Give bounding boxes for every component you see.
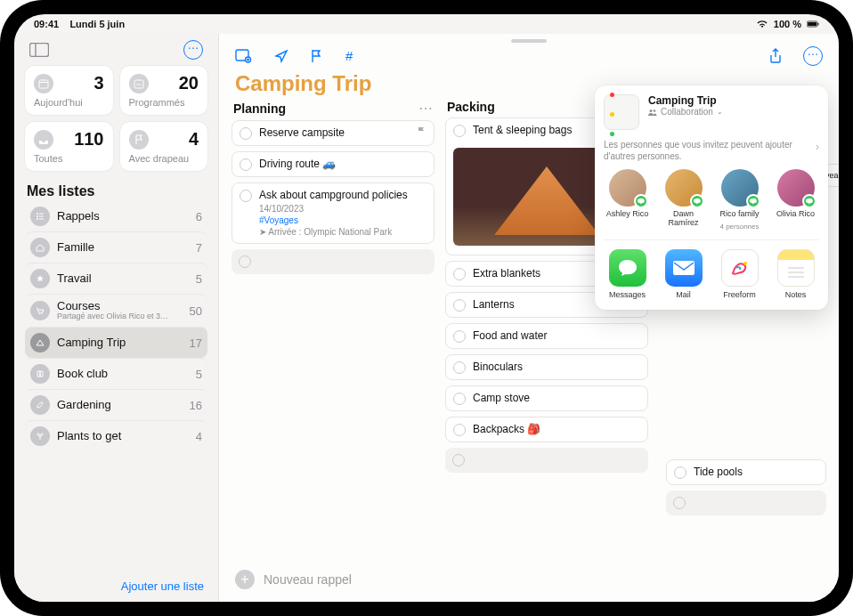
empty-task-slot[interactable] (666, 490, 826, 515)
task-checkbox[interactable] (452, 454, 465, 466)
task-checkbox[interactable] (453, 393, 466, 405)
task-checkbox[interactable] (240, 190, 252, 202)
task-item[interactable]: Backpacks 🎒 (445, 417, 648, 442)
summary-card-scheduled[interactable]: 20 Programmés (120, 66, 208, 115)
chevron-right-icon: › (816, 141, 819, 155)
list-bullet-icon (30, 207, 50, 226)
task-item[interactable]: Camp stove (445, 385, 648, 411)
sidebar-list-book-club[interactable]: Book club 5 (25, 358, 207, 389)
task-item[interactable]: Reserve campsite (232, 120, 435, 146)
share-app-notes[interactable]: Notes (772, 249, 819, 299)
sidebar-list-camping-trip[interactable]: Camping Trip 17 (25, 327, 207, 358)
task-text: Tide pools (694, 466, 818, 479)
share-contact[interactable]: Rico family 4 personnes (716, 169, 763, 231)
tag-icon[interactable]: # (344, 49, 358, 63)
summary-card-today[interactable]: 3 Aujourd'hui (25, 66, 113, 115)
task-checkbox[interactable] (453, 330, 466, 343)
list-name: Plants to get (57, 430, 189, 442)
summary-label: Programmés (129, 97, 199, 108)
new-reminder-label: Nouveau rappel (264, 572, 352, 587)
sidebar-list-famille[interactable]: Famille 7 (25, 231, 207, 263)
share-app-freeform[interactable]: Freeform (716, 249, 763, 299)
summary-card-flagged[interactable]: 4 Avec drapeau (120, 122, 208, 171)
svg-rect-2 (817, 23, 818, 26)
list-name: Courses Partagé avec Olivia Rico et 3… (57, 300, 183, 321)
task-date: 14/10/2023 (259, 204, 304, 214)
more-options-button[interactable] (181, 39, 206, 61)
list-count: 5 (196, 368, 202, 381)
task-checkbox[interactable] (453, 424, 466, 436)
messages-badge-icon (634, 194, 648, 208)
task-item[interactable]: Tide pools (666, 459, 826, 485)
add-list-button[interactable]: Ajouter une liste (25, 572, 207, 602)
column-menu-button[interactable]: ⋯ (418, 100, 433, 117)
contact-name: Rico family (719, 210, 759, 219)
contact-name: Dawn Ramírez (660, 210, 707, 228)
contact-name: Olivia Rico (776, 210, 815, 219)
sidebar-list-plants[interactable]: Plants to get 4 (25, 420, 207, 451)
empty-task-slot[interactable] (445, 448, 648, 473)
svg-point-11 (37, 213, 38, 215)
messages-badge-icon (690, 194, 704, 208)
task-item[interactable]: Food and water (445, 323, 648, 349)
summary-card-all[interactable]: 110 Toutes (25, 122, 113, 171)
task-item[interactable]: Ask about campground policies 14/10/2023… (232, 182, 435, 244)
share-app-mail[interactable]: Mail (660, 249, 707, 299)
messages-badge-icon (802, 194, 816, 208)
task-checkbox[interactable] (674, 466, 686, 479)
svg-point-12 (37, 215, 38, 217)
task-checkbox[interactable] (453, 125, 466, 137)
task-item[interactable]: Driving route 🚙 (232, 151, 435, 177)
task-checkbox[interactable] (239, 255, 251, 268)
flag-icon[interactable] (310, 49, 322, 63)
task-text: Reserve campsite (259, 126, 409, 140)
list-count: 6 (196, 210, 202, 223)
calendar-icon (129, 74, 149, 93)
share-collaboration-button[interactable]: Collaboration ⌄ (648, 107, 723, 117)
avatar (665, 169, 703, 207)
more-icon[interactable] (803, 46, 823, 66)
task-checkbox[interactable] (453, 299, 466, 312)
location-icon[interactable] (274, 49, 288, 63)
sidebar-list-courses[interactable]: Courses Partagé avec Olivia Rico et 3… 5… (25, 294, 207, 327)
task-checkbox[interactable] (673, 497, 686, 509)
task-checkbox[interactable] (453, 268, 466, 280)
task-checkbox[interactable] (240, 127, 252, 140)
cart-icon (30, 301, 50, 320)
flag-icon (416, 126, 426, 140)
app-name: Freeform (723, 290, 756, 299)
task-tag[interactable]: #Voyages (259, 215, 298, 225)
share-icon[interactable] (769, 48, 782, 64)
star-icon (30, 269, 50, 288)
task-text: Food and water (473, 329, 640, 343)
flag-icon (129, 130, 149, 150)
calendar-details-icon[interactable] (235, 49, 253, 63)
share-contact[interactable]: Dawn Ramírez (660, 169, 707, 231)
share-permissions-note[interactable]: Les personnes que vous invitez peuvent a… (604, 135, 819, 169)
share-thumbnail-icon (604, 94, 639, 130)
toggle-sidebar-icon[interactable] (27, 39, 52, 61)
svg-rect-3 (30, 44, 49, 57)
sidebar-list-travail[interactable]: Travail 5 (25, 263, 207, 294)
summary-count: 20 (179, 73, 199, 93)
share-app-messages[interactable]: Messages (604, 249, 651, 299)
list-name: Famille (57, 241, 189, 254)
list-count: 50 (190, 304, 202, 318)
task-checkbox[interactable] (453, 361, 466, 374)
share-contact[interactable]: Olivia Rico (772, 169, 819, 231)
empty-task-slot[interactable] (232, 249, 435, 274)
main-content: # Camping Trip Planning ⋯ (219, 34, 839, 602)
sidebar-list-gardening[interactable]: Gardening 16 (25, 389, 207, 420)
status-date: Lundi 5 juin (69, 19, 125, 29)
share-contacts-row: Ashley Rico Dawn Ramírez Rico family 4 p… (604, 169, 819, 231)
task-checkbox[interactable] (240, 158, 252, 171)
battery-text: 100 % (774, 19, 801, 29)
svg-point-24 (650, 109, 653, 112)
sidebar-list-rappels[interactable]: Rappels 6 (25, 201, 207, 231)
task-item[interactable]: Binoculars (445, 354, 648, 380)
app-name: Messages (609, 290, 646, 299)
new-reminder-button[interactable]: + Nouveau rappel (219, 561, 839, 602)
svg-point-9 (138, 84, 140, 85)
ipad-device-frame: 09:41 Lundi 5 juin 100 % (0, 0, 853, 616)
share-contact[interactable]: Ashley Rico (604, 169, 651, 231)
